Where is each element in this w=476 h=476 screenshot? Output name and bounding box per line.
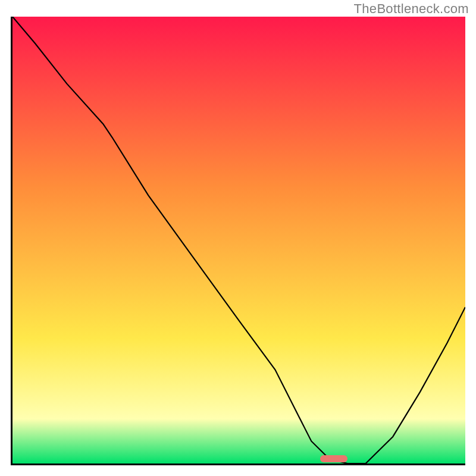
chart-axes	[11, 17, 465, 465]
gradient-background	[12, 17, 465, 464]
chart-svg	[12, 17, 465, 464]
watermark-text: TheBottleneck.com	[354, 1, 469, 17]
plot-area	[12, 17, 465, 464]
optimal-marker	[320, 455, 347, 462]
chart-root: { "watermark": "TheBottleneck.com", "col…	[0, 0, 476, 476]
x-axis	[11, 464, 465, 465]
